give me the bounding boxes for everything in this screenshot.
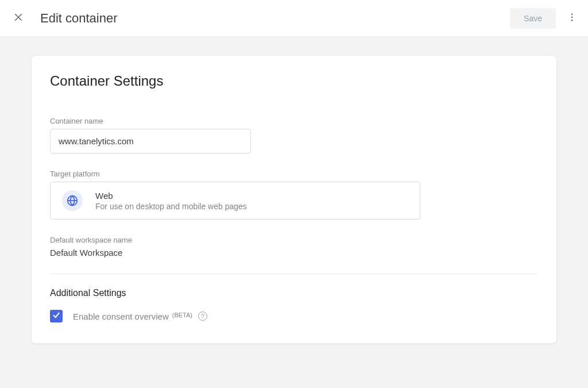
close-button[interactable] [11, 11, 25, 25]
default-workspace-section: Default workspace name Default Workspace [50, 236, 538, 258]
checkmark-icon [52, 310, 61, 322]
default-workspace-label: Default workspace name [50, 236, 538, 244]
more-vert-icon [567, 12, 577, 25]
help-icon[interactable]: ? [198, 312, 207, 321]
beta-badge: (BETA) [172, 312, 192, 318]
container-name-input[interactable] [50, 129, 251, 153]
page-body: Container Settings Container name Target… [0, 37, 588, 388]
card-title: Container Settings [50, 73, 538, 89]
additional-settings-heading: Additional Settings [50, 288, 538, 298]
close-icon [13, 12, 24, 25]
more-menu-button[interactable] [565, 11, 579, 25]
svg-point-4 [571, 19, 573, 21]
consent-overview-row: Enable consent overview (BETA) ? [50, 310, 538, 322]
container-name-section: Container name [50, 117, 538, 153]
settings-card: Container Settings Container name Target… [31, 55, 557, 344]
svg-point-3 [571, 16, 573, 18]
container-name-label: Container name [50, 117, 538, 125]
save-button[interactable]: Save [510, 8, 556, 29]
header-title: Edit container [40, 11, 510, 26]
platform-description: For use on desktop and mobile web pages [95, 202, 247, 211]
svg-point-2 [571, 13, 573, 15]
platform-text: Web For use on desktop and mobile web pa… [95, 191, 247, 211]
consent-checkbox[interactable] [50, 310, 63, 322]
target-platform-section: Target platform Web For use on desktop a… [50, 170, 538, 220]
header-bar: Edit container Save [0, 0, 588, 37]
target-platform-label: Target platform [50, 170, 538, 178]
consent-label-group: Enable consent overview (BETA) ? [73, 312, 207, 321]
platform-selector[interactable]: Web For use on desktop and mobile web pa… [50, 182, 420, 220]
globe-icon [62, 190, 83, 211]
divider [50, 274, 538, 274]
platform-title: Web [95, 191, 247, 201]
default-workspace-value: Default Workspace [50, 248, 538, 258]
consent-label: Enable consent overview [73, 312, 169, 321]
